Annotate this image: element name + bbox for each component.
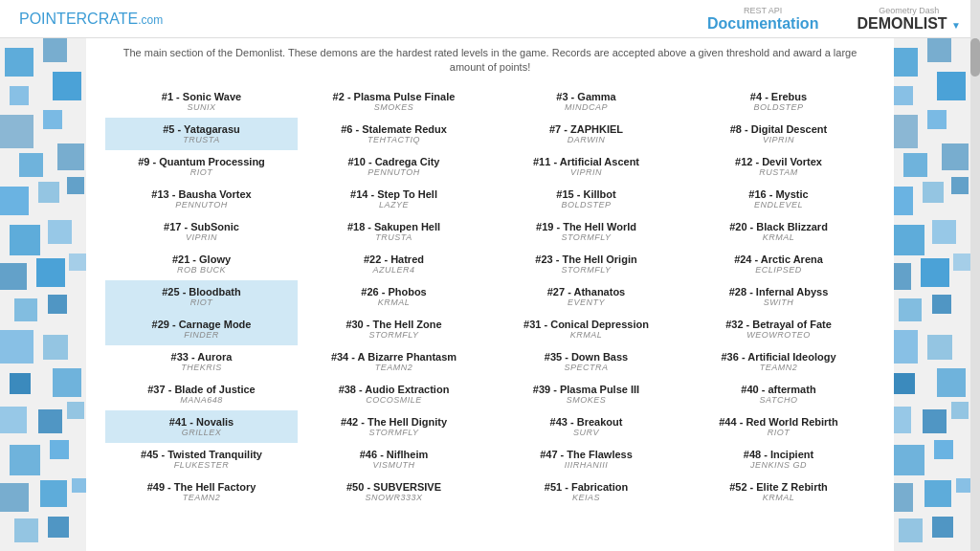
demon-rank-name: #11 - Artificial Ascent xyxy=(498,156,675,167)
demon-cell[interactable]: #25 - BloodbathRiot xyxy=(105,280,298,313)
demon-cell[interactable]: #10 - Cadrega CityPennutoh xyxy=(298,150,490,183)
demon-player: Jenkins GD xyxy=(690,460,867,470)
demon-cell[interactable]: #20 - Black BlizzardKrmal xyxy=(682,215,875,248)
demon-rank-name: #9 - Quantum Processing xyxy=(113,156,290,167)
demon-cell[interactable]: #6 - Stalemate ReduxTehTactiq xyxy=(298,118,490,150)
demon-cell[interactable]: #52 - Elite Z RebirthKrmal xyxy=(682,475,875,508)
demon-cell[interactable]: #43 - BreakoutSurv xyxy=(490,410,682,443)
demon-player: Swith xyxy=(690,298,867,307)
scrollbar-thumb[interactable] xyxy=(970,38,980,77)
demon-rank-name: #26 - Phobos xyxy=(305,286,482,298)
demon-cell[interactable]: #34 - A Bizarre PhantasmTeamN2 xyxy=(298,345,490,378)
demon-cell[interactable]: #8 - Digital DescentViPriN xyxy=(682,118,875,150)
svg-rect-18 xyxy=(0,330,33,364)
demon-player: Krmal xyxy=(690,493,867,502)
nav-demonlist-label: Geometry Dash xyxy=(857,6,961,15)
demon-cell[interactable]: #39 - Plasma Pulse IIISmokes xyxy=(490,378,682,410)
demon-rank-name: #36 - Artificial Ideology xyxy=(690,351,867,363)
demon-cell[interactable]: #48 - IncipientJenkins GD xyxy=(682,443,875,475)
demon-rank-name: #24 - Arctic Arena xyxy=(690,253,867,265)
demon-cell[interactable]: #42 - The Hell DignityStormfly xyxy=(298,410,490,443)
demon-cell[interactable]: #4 - ErebusBoldStep xyxy=(682,85,875,118)
demon-cell[interactable]: #29 - Carnage ModeFinder xyxy=(105,313,298,345)
demon-cell[interactable]: #9 - Quantum ProcessingRiot xyxy=(105,150,298,183)
demon-cell[interactable]: #5 - YatagarasuTrusTa xyxy=(105,118,298,150)
left-decoration xyxy=(0,38,86,551)
demon-cell[interactable]: #27 - AthanatosEventy xyxy=(490,280,682,313)
svg-rect-41 xyxy=(923,182,944,203)
svg-rect-47 xyxy=(953,253,970,271)
demon-cell[interactable]: #26 - PhobosKrmal xyxy=(298,280,490,313)
svg-rect-39 xyxy=(942,143,969,170)
demon-player: Stormfly xyxy=(498,232,675,242)
demon-cell[interactable]: #3 - GammaMindCap xyxy=(490,85,682,118)
demon-rank-name: #40 - aftermath xyxy=(690,384,867,395)
demon-cell[interactable]: #24 - Arctic ArenaEclipsed xyxy=(682,248,875,280)
svg-rect-44 xyxy=(932,220,956,244)
demon-cell[interactable]: #7 - ZAPHKIELDarwin xyxy=(490,118,682,150)
demon-cell[interactable]: #46 - NiflheimVismuth xyxy=(298,443,490,475)
demon-cell[interactable]: #18 - Sakupen HellTrusTa xyxy=(298,215,490,248)
demon-rank-name: #33 - Aurora xyxy=(113,351,290,363)
demon-cell[interactable]: #35 - Down BassSpectra xyxy=(490,345,682,378)
demon-cell[interactable]: #33 - AuroraTheKris xyxy=(105,345,298,378)
demon-cell[interactable]: #19 - The Hell WorldStormfly xyxy=(490,215,682,248)
demon-rank-name: #46 - Niflheim xyxy=(305,449,482,460)
demon-player: Mana648 xyxy=(113,395,290,405)
demon-cell[interactable]: #47 - The FlawlessIIIRhanIII xyxy=(490,443,682,475)
demon-cell[interactable]: #11 - Artificial AscentViPriN xyxy=(490,150,682,183)
svg-rect-6 xyxy=(19,153,43,177)
demon-cell[interactable]: #37 - Blade of JusticeMana648 xyxy=(105,378,298,410)
svg-rect-22 xyxy=(0,407,27,433)
demon-player: Surv xyxy=(498,428,675,437)
demon-cell[interactable]: #36 - Artificial IdeologyTeamN2 xyxy=(682,345,875,378)
demon-cell[interactable]: #51 - FabricationKeiAs xyxy=(490,475,682,508)
svg-rect-63 xyxy=(932,517,953,538)
demon-rank-name: #10 - Cadrega City xyxy=(305,156,482,167)
demon-cell[interactable]: #28 - Infernal AbyssSwith xyxy=(682,280,875,313)
demon-cell[interactable]: #15 - KillbotBoldStep xyxy=(490,183,682,215)
demon-rank-name: #32 - Betrayal of Fate xyxy=(690,319,867,330)
demon-player: Vismuth xyxy=(305,460,482,470)
svg-rect-10 xyxy=(67,177,84,194)
demon-cell[interactable]: #22 - HatredAZuLer4 xyxy=(298,248,490,280)
demon-cell[interactable]: #31 - Conical DepressionKrmal xyxy=(490,313,682,345)
svg-rect-51 xyxy=(927,335,952,360)
demon-cell[interactable]: #2 - Plasma Pulse FinaleSmokes xyxy=(298,85,490,118)
demon-cell[interactable]: #32 - Betrayal of FateWeowRoteo xyxy=(682,313,875,345)
demon-cell[interactable]: #45 - Twisted TranquilityFlukester xyxy=(105,443,298,475)
demon-player: TrusTa xyxy=(113,135,290,144)
svg-rect-23 xyxy=(38,409,62,433)
demon-player: Krmal xyxy=(690,232,867,242)
logo[interactable]: POINTERCRATE.com xyxy=(19,11,163,28)
scrollbar[interactable] xyxy=(970,0,980,551)
svg-rect-8 xyxy=(0,187,29,215)
demon-cell[interactable]: #23 - The Hell OriginStormfly xyxy=(490,248,682,280)
demon-rank-name: #43 - Breakout xyxy=(498,416,675,428)
demon-cell[interactable]: #1 - Sonic WaveSunix xyxy=(105,85,298,118)
demon-cell[interactable]: #41 - NovalisGrillex xyxy=(105,410,298,443)
demon-cell[interactable]: #49 - The Hell FactoryTeamN2 xyxy=(105,475,298,508)
nav-demonlist[interactable]: Geometry Dash DEMONLIST ▼ xyxy=(857,6,961,33)
demon-cell[interactable]: #40 - aftermathSatcho xyxy=(682,378,875,410)
demon-cell[interactable]: #16 - MysticEndlevel xyxy=(682,183,875,215)
nav-documentation[interactable]: REST API Documentation xyxy=(707,6,818,33)
demon-player: TeamN2 xyxy=(305,363,482,372)
demon-cell[interactable]: #21 - GlowyRob Buck xyxy=(105,248,298,280)
demon-cell[interactable]: #12 - Devil VortexRustam xyxy=(682,150,875,183)
demon-cell[interactable]: #30 - The Hell ZoneStormfly xyxy=(298,313,490,345)
demon-rank-name: #20 - Black Blizzard xyxy=(690,221,867,232)
svg-rect-0 xyxy=(5,48,33,77)
demon-rank-name: #52 - Elite Z Rebirth xyxy=(690,481,867,493)
demon-rank-name: #2 - Plasma Pulse Finale xyxy=(305,91,482,102)
demon-cell[interactable]: #14 - Step To HellLaZye xyxy=(298,183,490,215)
demon-cell[interactable]: #50 - SUBVERSIVESnowr333x xyxy=(298,475,490,508)
demon-player: TeamN2 xyxy=(690,363,867,372)
demon-rank-name: #13 - Bausha Vortex xyxy=(113,188,290,200)
demon-cell[interactable]: #38 - Audio ExtractionCocoSmile xyxy=(298,378,490,410)
demon-rank-name: #1 - Sonic Wave xyxy=(113,91,290,102)
demon-cell[interactable]: #17 - SubSonicViPriN xyxy=(105,215,298,248)
demon-player: KeiAs xyxy=(498,493,675,502)
demon-cell[interactable]: #44 - Red World RebirthRiot xyxy=(682,410,875,443)
demon-cell[interactable]: #13 - Bausha VortexPennutoh xyxy=(105,183,298,215)
